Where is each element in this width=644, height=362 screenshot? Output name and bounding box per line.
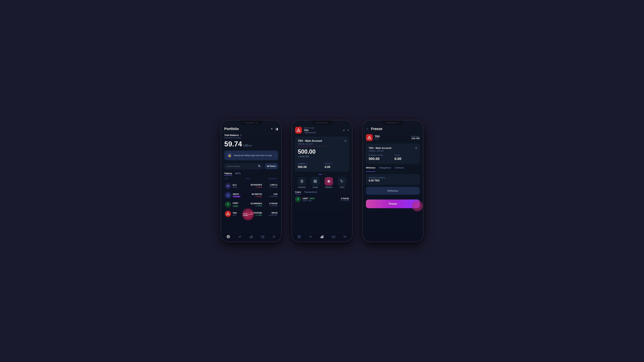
freeze-total-value: 0.00 TRX [411,137,420,140]
vote-btn[interactable]: VOTE [336,177,349,188]
nav2-wallet[interactable] [332,235,335,238]
scan-btn[interactable]: SCAN [309,177,322,188]
usdt-coin-name: USDT [302,197,308,200]
vote-label: VOTE [340,186,345,188]
phone-2-notch [312,120,332,125]
tab-coins[interactable]: Coins [295,191,301,194]
add-icon[interactable]: + [271,127,273,131]
klv-value-col: 1,944.11 = 8.18 USD [264,184,278,188]
chart-icon [250,235,253,238]
1inch-change: ▼ 0.85% [252,196,262,197]
stat-frozen: Frozen ⓘ 0.00 [322,162,346,169]
scan-icon-wrap [311,177,320,186]
svg-rect-24 [316,182,316,183]
phone-3: ← Freeze TRX Tron [362,120,424,242]
tab-unfreeze[interactable]: Unfreeze [395,167,404,170]
tab-nfts[interactable]: NFTs [235,172,241,176]
search-input[interactable] [227,165,257,167]
portfolio-bottom-nav [221,233,281,242]
screens-container: Portfolio + ◑ Total Balance 👁 4 accounts… [220,120,424,242]
trx-svg [226,212,230,216]
action-buttons: CHARGE SCAN [295,177,349,188]
svg-rect-9 [252,236,252,238]
promo-banner[interactable]: 💰 Buying and selling crypto was never so… [224,151,278,160]
crypto-header-actions: ∨ + [343,129,349,132]
wallet-icon [261,235,264,238]
freeze-btn-container: Freeze [366,200,420,208]
add-account-icon[interactable]: + [347,129,349,132]
charge-btn[interactable]: CHARGE [295,177,309,188]
1inch-icon: 1 [225,192,231,198]
svg-rect-33 [321,237,321,238]
usdt-badge: TRC20 [233,205,238,207]
coins-tabs: Coins Transactions [295,191,349,194]
tab-delegations[interactable]: Delegations [379,167,391,170]
account-card: TRX - Main Account ⧉ TBSD95...5CHnSP 500… [295,137,349,172]
notch-bar-3 [387,122,396,123]
copy-icon[interactable]: ⧉ [344,140,346,142]
nav2-swap[interactable] [309,235,312,238]
tab-transactions[interactable]: Transactions [304,191,317,194]
freeze-account-header: TRX - Main Account ⧉ [369,147,417,149]
search-icon: 🔍 [258,165,261,167]
freeze-copy-icon[interactable]: ⧉ [416,147,417,149]
crypto-price: = $0.10161262 [304,132,341,134]
svg-rect-22 [316,180,316,181]
nav-wallet[interactable] [261,235,264,238]
nav-chart[interactable] [250,235,253,238]
tab-tokens[interactable]: Tokens [224,172,232,176]
freeze-stat-frozen: Frozen 0.00 [394,154,417,161]
portfolio-screen: Portfolio + ◑ Total Balance 👁 4 accounts… [221,120,281,242]
nav2-menu[interactable] [343,235,347,238]
1inch-usd: = 0.00 USD [264,196,278,197]
freeze-title: Freeze [371,127,382,131]
phone-1-wrapper: Portfolio + ◑ Total Balance 👁 4 accounts… [220,120,282,242]
globe-icon-2 [297,235,301,238]
svg-point-37 [334,237,334,238]
svg-rect-23 [314,181,315,183]
nav-menu[interactable] [272,235,276,238]
dot-1 [318,174,322,175]
freeze-tabs: Withdraw Delegations Unfreeze [366,167,420,172]
freeze-stat-frozen-value: 0.00 [394,157,417,161]
withdraw-button[interactable]: Withdraw [366,187,420,195]
vote-icon [340,180,344,183]
usdt-price-col: $1.00002914 ▲ 0.58% [251,202,262,207]
nav2-globe[interactable] [297,235,301,238]
coin-row-usdt[interactable]: ₮ USDT TRC20 Tether USD 0.754125 = 0.75 … [295,196,349,202]
trx-usd: = 50.80 USD [264,214,278,216]
nav-swap[interactable] [238,235,242,238]
usdt-coin-badge: TRC20 [309,198,315,199]
crypto-bottom-nav [292,233,352,242]
klv-change: ▼ 3.65% [251,186,262,188]
freeze-account-card: TRX - Main Account ⧉ TBSD95...5CHnSP Ava… [366,144,420,164]
stat-available-label: Available ⓘ [298,162,320,165]
freeze-btn-bubble [412,200,423,211]
pie-chart-icon[interactable]: ◑ [275,127,278,131]
svg-rect-8 [251,236,252,238]
nav-portfolio[interactable] [226,235,230,238]
tab-withdraw[interactable]: Withdraw [366,167,375,172]
dot-3 [324,174,326,175]
freeze-action-btn[interactable]: FREEZE [322,177,336,188]
back-icon[interactable]: ← [366,127,369,131]
chevron-down-icon[interactable]: ∨ [343,129,345,132]
svg-rect-21 [314,180,315,181]
usdt-coin-value: 0.754125 = 0.75 USD [340,197,349,201]
token-row-usdt[interactable]: ₮ USDT TRC20 $1.00002914 ▲ 0.58% 0.75412… [224,200,278,209]
freeze-token-icon [366,134,373,141]
visibility-icon[interactable]: 👁 [240,134,242,136]
svg-rect-10 [261,236,264,238]
nav2-chart[interactable] [320,235,324,238]
account-balance-usd: = 50.80 USD [298,155,346,158]
portfolio-tabs: Tokens NFTs [224,172,278,176]
account-card-header: TRX - Main Account ⧉ [298,139,346,142]
klv-icon [225,183,231,189]
token-row-trx[interactable]: TRX Tron $0.10161262 ▲ 3.65% 500.00 = 50… [224,209,278,219]
globe-icon [226,235,230,238]
tokens-button[interactable]: ⊞ Tokens [265,163,278,169]
balance-amount-row: 59.74 USD ⇄ [224,140,278,148]
token-row-1inch[interactable]: 1 1INCH POLYGON $0.3582753 ▼ 0.85% 0.00 … [224,190,278,200]
token-row-klv[interactable]: KLV Klever $0.00420879 ▼ 3.65% 1,944.11 … [224,181,278,190]
search-input-wrap[interactable]: 🔍 [224,163,263,169]
